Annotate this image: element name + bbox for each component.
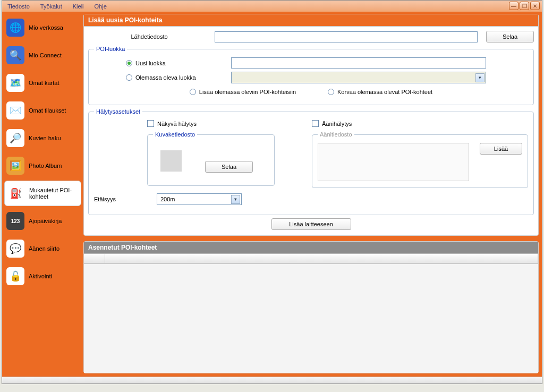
existing-class-combo[interactable]: ▾ <box>231 72 486 83</box>
list-col-0[interactable] <box>84 254 105 263</box>
sidebar-item-label: Äänen siirto <box>29 245 60 252</box>
audio-alert-check[interactable]: Äänihälytys <box>312 120 528 127</box>
radio-unselected-icon <box>126 74 132 81</box>
sound-file-legend: Äänitiedosto <box>318 131 354 138</box>
sidebar-item-9[interactable]: 🔓Aktivointi <box>4 263 81 289</box>
sound-file-list[interactable] <box>318 143 469 181</box>
checkbox-icon <box>147 120 154 127</box>
installed-poi-panel: Asennetut POI-kohteet <box>83 241 539 373</box>
replace-existing-radio[interactable]: Korvaa olemassa olevat POI-kohteet <box>328 89 432 95</box>
sidebar-item-0[interactable]: 🌐Mio verkossa <box>4 15 81 40</box>
audio-alert-label: Äänihälytys <box>322 121 352 127</box>
sidebar-item-4[interactable]: 🔎Kuvien haku <box>4 125 81 151</box>
distance-combo[interactable]: 200m ▾ <box>157 193 242 205</box>
sidebar-icon: 123 <box>6 212 24 230</box>
new-class-label: Uusi luokka <box>135 60 166 66</box>
sidebar-icon: 🔍 <box>6 46 24 64</box>
close-button[interactable]: ✕ <box>530 2 540 10</box>
add-poi-header: Lisää uusia POI-kohteita <box>84 14 538 27</box>
radio-selected-icon <box>126 60 132 66</box>
window-controls: — ❐ ✕ <box>509 2 540 10</box>
sidebar-item-label: Mio Connect <box>29 52 62 58</box>
icon-preview <box>160 150 182 172</box>
body: 🌐Mio verkossa🔍Mio Connect🗺️Omat kartat✉️… <box>2 12 542 377</box>
radio-unselected-icon <box>190 89 196 95</box>
replace-existing-label: Korvaa olemassa olevat POI-kohteet <box>337 89 432 95</box>
chevron-down-icon: ▾ <box>231 195 240 204</box>
icon-file-group: Kuvaketiedosto Selaa <box>147 131 275 186</box>
sidebar-item-8[interactable]: 💬Äänen siirto <box>4 236 81 261</box>
radio-unselected-icon <box>328 89 334 95</box>
sidebar-icon: 🗺️ <box>6 74 24 92</box>
sidebar-item-label: Mio verkossa <box>29 24 63 31</box>
distance-label: Etäisyys <box>94 196 152 202</box>
alert-settings-group: Hälytysasetukset Näkyvä hälytys Kuvaketi… <box>88 108 534 215</box>
browse-icon-button[interactable]: Selaa <box>205 161 253 173</box>
maximize-button[interactable]: ❐ <box>520 2 529 10</box>
existing-class-radio[interactable]: Olemassa oleva luokka <box>126 74 227 81</box>
checkbox-icon <box>312 120 319 127</box>
browse-source-button[interactable]: Selaa <box>486 31 534 42</box>
sidebar-item-label: Omat tilaukset <box>29 107 66 114</box>
add-to-existing-radio[interactable]: Lisää olemassa oleviin POI-kohteisiin <box>190 89 296 95</box>
sidebar-item-label: Ajopäiväkirja <box>29 218 62 224</box>
installed-poi-header: Asennetut POI-kohteet <box>84 242 538 254</box>
add-to-device-button[interactable]: Lisää laitteeseen <box>271 218 351 230</box>
menu-help[interactable]: Ohje <box>95 3 107 10</box>
main-area: Lisää uusia POI-kohteita Lähdetiedosto S… <box>83 12 542 377</box>
sidebar-icon: 💬 <box>6 240 24 258</box>
add-sound-button[interactable]: Lisää <box>480 143 522 155</box>
new-class-input[interactable] <box>231 57 486 69</box>
list-header <box>84 254 538 263</box>
sidebar-item-label: Kuvien haku <box>29 135 61 141</box>
source-file-input[interactable] <box>215 31 478 42</box>
sidebar-item-6[interactable]: ⛽Mukautetut POI-kohteet <box>4 181 81 206</box>
add-poi-panel: Lisää uusia POI-kohteita Lähdetiedosto S… <box>83 14 539 236</box>
sidebar-item-1[interactable]: 🔍Mio Connect <box>4 42 81 68</box>
sidebar-item-label: Aktivointi <box>29 273 52 279</box>
add-poi-body: Lähdetiedosto Selaa POI-luokka Uusi luok… <box>84 27 538 235</box>
visual-alert-label: Näkyvä hälytys <box>157 121 197 127</box>
new-class-radio[interactable]: Uusi luokka <box>126 60 227 66</box>
distance-value: 200m <box>160 196 175 202</box>
menubar: Tiedosto Työkalut Kieli Ohje — ❐ ✕ <box>2 1 542 12</box>
add-to-existing-label: Lisää olemassa oleviin POI-kohteisiin <box>199 89 296 95</box>
alert-settings-legend: Hälytysasetukset <box>94 108 142 115</box>
sidebar-icon: 🔎 <box>6 129 24 147</box>
sidebar-item-label: Omat kartat <box>29 80 59 86</box>
menu-file[interactable]: Tiedosto <box>7 3 30 10</box>
minimize-button[interactable]: — <box>509 2 518 10</box>
sidebar-item-2[interactable]: 🗺️Omat kartat <box>4 70 81 96</box>
icon-file-legend: Kuvaketiedosto <box>153 131 197 138</box>
list-col-1[interactable] <box>105 254 538 263</box>
visual-alert-check[interactable]: Näkyvä hälytys <box>147 120 285 127</box>
statusbar <box>2 377 542 384</box>
sidebar-icon: ✉️ <box>6 101 24 120</box>
sound-file-group: Äänitiedosto Lisää <box>312 131 528 188</box>
sidebar-item-3[interactable]: ✉️Omat tilaukset <box>4 98 81 123</box>
sidebar: 🌐Mio verkossa🔍Mio Connect🗺️Omat kartat✉️… <box>2 12 83 377</box>
menu-lang[interactable]: Kieli <box>73 3 84 10</box>
installed-list[interactable] <box>84 263 538 373</box>
sidebar-icon: 🖼️ <box>6 157 24 175</box>
sidebar-item-7[interactable]: 123Ajopäiväkirja <box>4 208 81 234</box>
sidebar-item-label: Photo Album <box>29 163 62 169</box>
chevron-down-icon: ▾ <box>475 73 484 82</box>
sidebar-icon: 🌐 <box>6 19 24 37</box>
sidebar-icon: ⛽ <box>7 184 25 202</box>
sidebar-icon: 🔓 <box>6 267 24 285</box>
existing-class-label: Olemassa oleva luokka <box>135 74 196 81</box>
poi-class-legend: POI-luokka <box>94 46 127 52</box>
menu-tools[interactable]: Työkalut <box>40 3 62 10</box>
sidebar-item-label: Mukautetut POI-kohteet <box>29 187 79 200</box>
poi-class-group: POI-luokka Uusi luokka Olemassa o <box>88 46 534 105</box>
source-file-label: Lähdetiedosto <box>88 33 210 40</box>
sidebar-item-5[interactable]: 🖼️Photo Album <box>4 153 81 178</box>
app-window: Tiedosto Työkalut Kieli Ohje — ❐ ✕ 🌐Mio … <box>2 0 542 384</box>
